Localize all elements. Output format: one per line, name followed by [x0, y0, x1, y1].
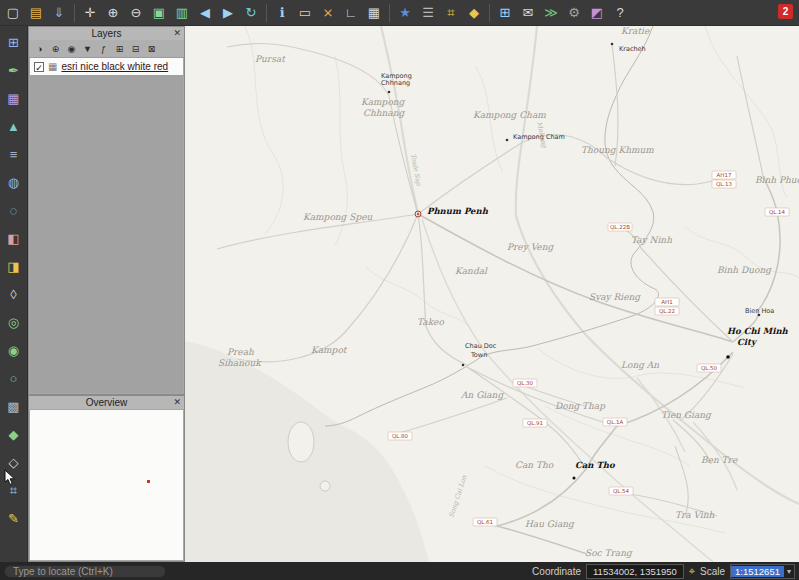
- project-save-icon[interactable]: ⇓: [49, 3, 69, 23]
- top-toolbar: ▢▤⇓✛⊕⊖▣▥◀▶↻ℹ▭⨯∟▦★☰⌗◆⊞✉≫⚙◩?: [0, 0, 799, 26]
- select-features-icon[interactable]: ▭: [295, 3, 315, 23]
- zoom-next-icon[interactable]: ▶: [218, 3, 238, 23]
- add-wcs-icon[interactable]: ○: [3, 368, 24, 389]
- add-vector-layer-icon[interactable]: ✒: [3, 60, 24, 81]
- pan-map-icon[interactable]: ✛: [80, 3, 100, 23]
- scale-value[interactable]: 1:1512651: [731, 566, 784, 577]
- diagram-icon[interactable]: ◆: [464, 3, 484, 23]
- remove-layer-icon[interactable]: ⊠: [145, 42, 158, 55]
- layers-panel-title: Layers: [91, 28, 121, 39]
- add-group-icon[interactable]: ⊕: [49, 42, 62, 55]
- add-wfs-icon[interactable]: ◉: [3, 340, 24, 361]
- new-geopackage-icon[interactable]: ◆: [3, 424, 24, 445]
- project-open-icon[interactable]: ▤: [26, 3, 46, 23]
- attribute-table-icon[interactable]: ▦: [364, 3, 384, 23]
- measure-icon[interactable]: ∟: [341, 3, 361, 23]
- data-source-manager-icon[interactable]: ⊞: [3, 32, 24, 53]
- add-mssql-icon[interactable]: ◧: [3, 228, 24, 249]
- status-bar: Coordinate 11534002, 1351950 ⌖ Scale 1:1…: [0, 562, 799, 580]
- add-wms-icon[interactable]: ◎: [3, 312, 24, 333]
- coordinate-label: Coordinate: [532, 566, 581, 577]
- overview-panel-titlebar[interactable]: Overview ✕: [29, 396, 184, 409]
- zoom-last-icon[interactable]: ◀: [195, 3, 215, 23]
- map-canvas[interactable]: AH17QL.13QL.14QL.22BAH1QL.22QL.50QL.30QL…: [185, 26, 799, 562]
- scale-combobox[interactable]: 1:1512651 ▾: [730, 564, 795, 579]
- add-xyz-icon[interactable]: ▩: [3, 396, 24, 417]
- layer-row[interactable]: ✓ ▦ esri nice black white red: [30, 58, 183, 75]
- layers-toolbar: ◑⊕◉▼ƒ⊞⊟⊠: [29, 40, 184, 58]
- overview-content[interactable]: [30, 410, 183, 560]
- python-console-icon[interactable]: ≫: [541, 3, 561, 23]
- layers-list: ✓ ▦ esri nice black white red: [30, 58, 183, 393]
- city-marker: [573, 477, 576, 480]
- map-label-province: Soc Trang: [585, 548, 633, 558]
- messages-icon[interactable]: ✉: [518, 3, 538, 23]
- new-map-view-icon[interactable]: ⊞: [495, 3, 515, 23]
- style-manager-icon[interactable]: ◩: [587, 3, 607, 23]
- close-icon[interactable]: ✕: [173, 396, 181, 409]
- add-delimited-text-icon[interactable]: ≡: [3, 144, 24, 165]
- map-label-major: Can Tho: [575, 460, 616, 470]
- road-shield-label: QL.50: [701, 365, 718, 371]
- locate-input[interactable]: [4, 565, 166, 578]
- map-label-province: Prey Veng: [507, 242, 554, 252]
- extents-icon[interactable]: ⌖: [689, 565, 695, 578]
- deselect-features-icon[interactable]: ⨯: [318, 3, 338, 23]
- add-virtual-layer-icon[interactable]: ◊: [3, 284, 24, 305]
- zoom-out-icon[interactable]: ⊖: [126, 3, 146, 23]
- map-label-province: Kampong Speu: [303, 212, 372, 222]
- new-scratch-layer-icon[interactable]: ⌗: [3, 480, 24, 501]
- new-bookmark-icon[interactable]: ★: [395, 3, 415, 23]
- manage-themes-icon[interactable]: ◉: [65, 42, 78, 55]
- close-icon[interactable]: ✕: [173, 27, 181, 40]
- add-oracle-icon[interactable]: ◨: [3, 256, 24, 277]
- project-new-icon[interactable]: ▢: [3, 3, 23, 23]
- layers-panel-titlebar[interactable]: Layers ✕: [29, 27, 184, 40]
- map-label-province: Takeo: [417, 317, 444, 327]
- overview-panel: Overview ✕: [28, 395, 185, 562]
- map-label-province: Can Tho: [515, 460, 554, 470]
- road-shield-label: QL.22: [659, 308, 675, 314]
- help-icon[interactable]: ?: [610, 3, 630, 23]
- layer-visibility-checkbox[interactable]: ✓: [34, 62, 44, 72]
- map-label-province: Tra Vinh: [675, 510, 715, 520]
- labeling-icon[interactable]: ⌗: [441, 3, 461, 23]
- map-label-major: Phnum Penh: [427, 206, 489, 216]
- map-label-province: Tay Ninh: [631, 235, 672, 245]
- filter-expression-icon[interactable]: ƒ: [97, 42, 110, 55]
- collapse-all-icon[interactable]: ⊟: [129, 42, 142, 55]
- qgis-window: ▢▤⇓✛⊕⊖▣▥◀▶↻ℹ▭⨯∟▦★☰⌗◆⊞✉≫⚙◩? 2 ⊞✒▦▲≡◍◌◧◨◊◎…: [0, 0, 799, 580]
- new-shapefile-icon[interactable]: ◇: [3, 452, 24, 473]
- add-postgis-icon[interactable]: ◍: [3, 172, 24, 193]
- city-marker: [417, 213, 419, 215]
- toolbar-separator: [489, 4, 490, 22]
- filter-legend-icon[interactable]: ▼: [81, 42, 94, 55]
- chevron-down-icon[interactable]: ▾: [784, 567, 794, 576]
- map-label-city: Bien Hoa: [745, 307, 774, 315]
- city-marker: [726, 355, 730, 359]
- notification-badge[interactable]: 2: [778, 4, 793, 19]
- add-spatialite-icon[interactable]: ◌: [3, 200, 24, 221]
- add-raster-layer-icon[interactable]: ▦: [3, 88, 24, 109]
- zoom-in-icon[interactable]: ⊕: [103, 3, 123, 23]
- map-label-province: Sihanouk: [218, 358, 262, 368]
- toolbar-separator: [74, 4, 75, 22]
- refresh-map-icon[interactable]: ↻: [241, 3, 261, 23]
- zoom-full-icon[interactable]: ▣: [149, 3, 169, 23]
- open-layer-styling-icon[interactable]: ◑: [33, 42, 46, 55]
- map-label-province: Thoung Khmum: [581, 145, 654, 155]
- processing-toolbox-icon[interactable]: ⚙: [564, 3, 584, 23]
- road-shield-label: QL.30: [517, 380, 534, 386]
- road-shield-label: QL.14: [769, 209, 786, 215]
- add-mesh-layer-icon[interactable]: ▲: [3, 116, 24, 137]
- road-shield-label: QL.61: [477, 519, 493, 525]
- zoom-to-layer-icon[interactable]: ▥: [172, 3, 192, 23]
- show-bookmarks-icon[interactable]: ☰: [418, 3, 438, 23]
- coordinate-value[interactable]: 11534002, 1351950: [586, 564, 684, 579]
- map-label-province: Binh Phuoc: [755, 175, 799, 185]
- expand-all-icon[interactable]: ⊞: [113, 42, 126, 55]
- map-svg: AH17QL.13QL.14QL.22BAH1QL.22QL.50QL.30QL…: [185, 26, 799, 562]
- new-annotation-icon[interactable]: ✎: [3, 508, 24, 529]
- identify-features-icon[interactable]: ℹ: [272, 3, 292, 23]
- layer-label[interactable]: esri nice black white red: [61, 61, 168, 72]
